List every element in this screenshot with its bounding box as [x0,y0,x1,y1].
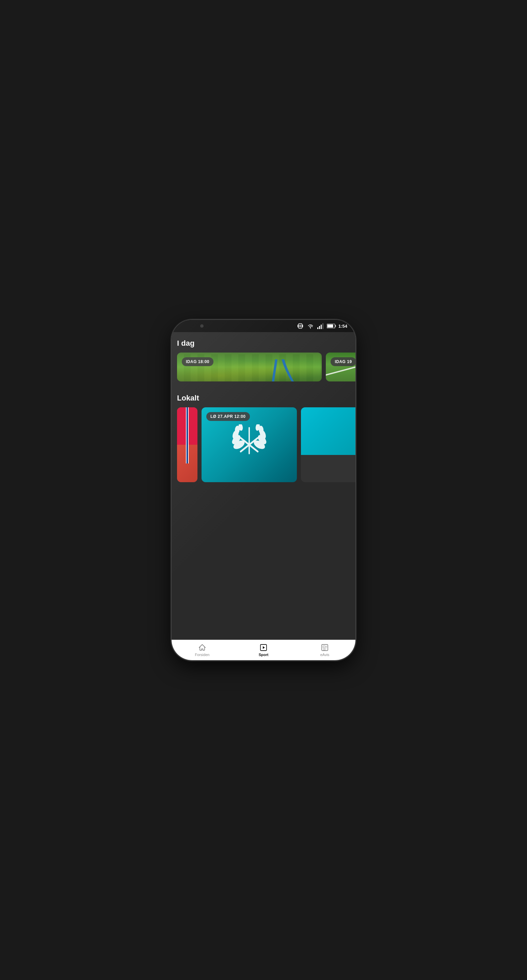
card2-image: IDAG 19 [326,353,355,382]
lokalt-card1-time-badge: LØ 27.APR 12:00 [206,412,250,421]
lokalt-section: Lokalt [172,387,355,489]
laurel-svg [229,424,270,465]
svg-rect-8 [322,323,323,329]
camera [200,324,204,328]
card1-time-badge: IDAG 18:00 [182,357,213,366]
svg-rect-3 [302,325,303,327]
lokalt-card2-image: KUKO... [301,407,355,455]
flag-blue [186,407,188,463]
phone-frame: 1:54 I dag [172,320,355,660]
nav-item-forsiden[interactable]: Forsiden [172,643,233,657]
nav-forsiden-label: Forsiden [195,653,210,657]
wifi-icon [306,322,315,330]
svg-marker-24 [263,646,265,649]
svg-rect-7 [321,325,322,329]
today-section: I dag [172,332,355,387]
svg-rect-5 [317,327,318,329]
card1-image: IDAG 18:00 [177,353,322,382]
svg-rect-25 [322,644,328,651]
vibrate-icon [296,322,304,330]
svg-rect-2 [298,325,298,327]
player-legs-svg [257,353,312,382]
status-icons: 1:54 [296,322,347,330]
lokalt-card-2[interactable]: KUKO... [301,407,355,482]
today-title: I dag [177,339,350,348]
svg-rect-6 [319,326,320,329]
lokalt-card-partial[interactable] [177,407,197,482]
svg-rect-1 [299,325,301,327]
svg-rect-22 [248,427,250,454]
lokalt-card-1[interactable]: LØ 27.APR 12:00 [202,407,297,482]
lokalt-cards-row[interactable]: LØ 27.APR 12:00 KUKO... [172,407,355,489]
flag-red [177,407,197,445]
newspaper-icon [321,643,329,652]
lokalt-card1-image: LØ 27.APR 12:00 [202,407,297,482]
lokalt-title: Lokalt [172,394,355,402]
svg-rect-11 [335,325,336,327]
nav-item-eavis[interactable]: eAvis [294,643,355,657]
svg-point-4 [310,328,311,329]
nav-eavis-label: eAvis [320,653,330,657]
svg-rect-10 [327,325,333,328]
signal-icon [317,322,325,330]
home-icon [198,643,206,652]
svg-rect-26 [323,646,325,648]
nav-sport-label: Sport [259,653,269,657]
screen-content: I dag [172,332,355,640]
status-bar: 1:54 [172,320,355,332]
battery-icon [327,323,336,329]
card2-time-badge: IDAG 19 [331,357,355,366]
play-icon [260,643,267,652]
today-cards-row[interactable]: IDAG 18:00 NM G19 Telenor Cup: Sarpsborg… [172,353,355,387]
card-today-1[interactable]: IDAG 18:00 NM G19 Telenor Cup: Sarpsborg… [177,353,322,382]
bottom-navigation: Forsiden Sport eAvis [172,640,355,660]
time-display: 1:54 [338,324,347,329]
nav-item-sport[interactable]: Sport [233,643,294,657]
card-today-2[interactable]: IDAG 19 4. Divisj... FOTBALL [326,353,355,382]
partial-card-bg [177,407,197,482]
